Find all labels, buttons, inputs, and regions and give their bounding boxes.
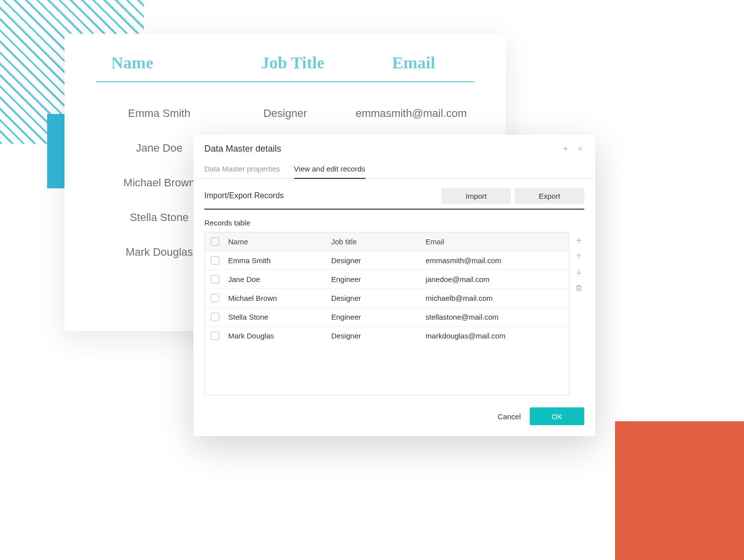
preview-row: Emma Smith Designer emmasmith@mail.com [96, 96, 474, 131]
preview-cell-name: Emma Smith [96, 107, 222, 120]
dialog-title: Data Master details [204, 144, 557, 154]
ok-button[interactable]: OK [530, 407, 584, 425]
move-down-icon[interactable] [573, 267, 584, 278]
dialog-titlebar: Data Master details [193, 135, 595, 160]
data-master-dialog: Data Master details Data Master properti… [193, 135, 595, 436]
records-header: Name Job title Email [205, 232, 569, 251]
move-up-icon[interactable] [573, 251, 584, 262]
cell-job: Engineer [331, 313, 426, 321]
import-export-label: Import/Export Records [204, 191, 437, 200]
row-checkbox[interactable] [211, 332, 219, 340]
cell-email: janedoe@mail.com [426, 275, 563, 283]
cell-name: Michael Brown [228, 294, 331, 302]
cell-name: Stella Stone [228, 313, 331, 321]
preview-header-email: Email [353, 54, 474, 72]
col-header-job: Job title [331, 237, 426, 246]
table-row[interactable]: Stella Stone Engineer stellastone@mail.c… [205, 308, 569, 327]
cancel-button[interactable]: Cancel [497, 412, 521, 421]
cell-name: Mark Douglas [228, 332, 331, 340]
table-row[interactable]: Jane Doe Engineer janedoe@mail.com [205, 270, 569, 289]
preview-cell-job: Designer [222, 107, 348, 120]
preview-header-name: Name [96, 54, 232, 72]
close-icon[interactable] [574, 143, 586, 155]
cell-email: emmasmith@mail.com [426, 256, 563, 265]
row-checkbox[interactable] [211, 256, 219, 265]
cell-name: Jane Doe [228, 275, 331, 283]
cell-job: Designer [331, 294, 426, 302]
cell-job: Designer [331, 256, 426, 265]
trash-icon[interactable] [573, 282, 584, 293]
add-row-icon[interactable] [573, 235, 584, 246]
cell-email: michaelb@mail.com [426, 294, 563, 302]
import-export-section: Import/Export Records Import Export [204, 188, 584, 210]
records-side-tools [573, 232, 584, 293]
cell-job: Designer [331, 332, 426, 340]
preview-header-row: Name Job Title Email [96, 54, 474, 82]
preview-header-job: Job Title [232, 54, 353, 72]
tab-records[interactable]: View and edit records [294, 160, 366, 179]
row-checkbox[interactable] [211, 275, 219, 283]
cell-email: markdouglas@mail.com [426, 332, 563, 340]
row-checkbox[interactable] [211, 294, 219, 302]
col-header-name: Name [228, 237, 331, 246]
dialog-tabs: Data Master properties View and edit rec… [193, 160, 595, 179]
cell-job: Engineer [331, 275, 426, 283]
dialog-footer: Cancel OK [193, 398, 595, 436]
select-all-checkbox[interactable] [211, 237, 219, 246]
plus-icon[interactable] [559, 143, 571, 155]
table-row[interactable]: Mark Douglas Designer markdouglas@mail.c… [205, 327, 569, 345]
cell-name: Emma Smith [228, 256, 331, 265]
decorative-coral-block [615, 421, 744, 560]
tab-properties[interactable]: Data Master properties [204, 160, 280, 178]
table-row[interactable]: Emma Smith Designer emmasmith@mail.com [205, 251, 569, 270]
col-header-email: Email [426, 237, 563, 246]
preview-cell-email: emmasmith@mail.com [348, 107, 474, 120]
import-button[interactable]: Import [441, 188, 511, 204]
export-button[interactable]: Export [515, 188, 584, 204]
table-row[interactable]: Michael Brown Designer michaelb@mail.com [205, 289, 569, 308]
records-table-label: Records table [204, 219, 584, 227]
records-table: Name Job title Email Emma Smith Designer… [204, 232, 569, 395]
cell-email: stellastone@mail.com [426, 313, 563, 321]
row-checkbox[interactable] [211, 313, 219, 321]
